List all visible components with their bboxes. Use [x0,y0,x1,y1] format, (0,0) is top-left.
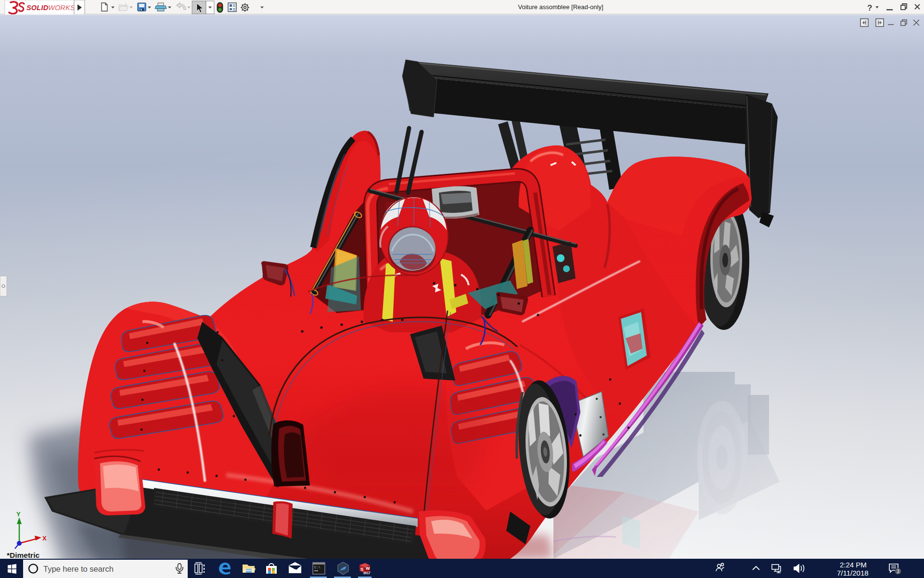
svg-text:?: ? [867,3,872,13]
svg-text:3: 3 [897,568,899,574]
svg-text:*Dimetric: *Dimetric [7,551,39,559]
svg-text:2017: 2017 [363,571,371,575]
svg-text:C:\: C:\ [314,565,321,569]
svg-text:W: W [366,566,370,571]
svg-text:7/11/2018: 7/11/2018 [837,569,869,577]
svg-text:WORKS: WORKS [48,4,75,12]
svg-text:Type here to search: Type here to search [43,565,114,573]
svg-text:Y: Y [16,511,21,518]
svg-text:X: X [42,535,47,542]
svg-text:2:24 PM: 2:24 PM [840,561,867,569]
svg-text:SOLID: SOLID [26,4,49,12]
